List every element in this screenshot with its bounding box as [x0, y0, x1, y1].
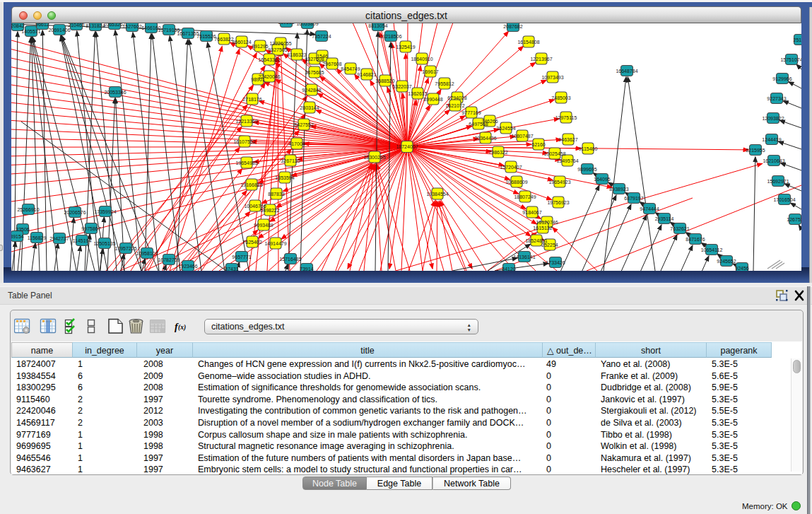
svg-text:7515526: 7515526 — [196, 34, 216, 39]
svg-text:2718176: 2718176 — [242, 97, 261, 102]
svg-text:8660124: 8660124 — [232, 40, 251, 45]
svg-text:1145194: 1145194 — [73, 238, 92, 243]
svg-text:9463627: 9463627 — [558, 137, 577, 142]
svg-text:39154: 39154 — [11, 234, 24, 239]
svg-text:16154808: 16154808 — [517, 40, 539, 45]
svg-text:16543362: 16543362 — [258, 57, 280, 62]
svg-text:17359924: 17359924 — [94, 209, 116, 214]
svg-text:8427552: 8427552 — [294, 122, 313, 127]
svg-text:9657771: 9657771 — [232, 255, 251, 259]
svg-text:2967608: 2967608 — [322, 62, 341, 66]
svg-text:20691406: 20691406 — [48, 28, 70, 33]
svg-text:16671355: 16671355 — [177, 31, 199, 36]
svg-text:20842: 20842 — [11, 23, 25, 28]
svg-text:1353594: 1353594 — [275, 175, 294, 180]
svg-text:9184067: 9184067 — [522, 210, 541, 215]
svg-text:10807487: 10807487 — [511, 134, 533, 139]
svg-text:7632621: 7632621 — [670, 226, 689, 231]
svg-text:164095: 164095 — [594, 177, 610, 182]
svg-text:7955812: 7955812 — [435, 81, 454, 86]
svg-text:891295: 891295 — [252, 44, 268, 49]
svg-text:417004: 417004 — [288, 141, 305, 146]
svg-text:73914: 73914 — [300, 267, 314, 271]
svg-text:92456: 92456 — [735, 266, 749, 271]
svg-text:2942737: 2942737 — [49, 236, 69, 241]
svg-text:18724007: 18724007 — [396, 144, 418, 149]
svg-text:25266910: 25266910 — [17, 207, 39, 212]
svg-text:14136141: 14136141 — [513, 255, 535, 259]
svg-text:9146821: 9146821 — [357, 72, 376, 77]
svg-text:16648784: 16648784 — [616, 69, 637, 74]
svg-text:1405571: 1405571 — [21, 29, 40, 34]
svg-text:9129966: 9129966 — [772, 76, 792, 81]
svg-text:1362615: 1362615 — [408, 91, 427, 96]
svg-text:20053346: 20053346 — [104, 90, 126, 95]
svg-text:19756923: 19756923 — [547, 200, 569, 205]
svg-text:12093822: 12093822 — [762, 116, 784, 121]
svg-text:9975867: 9975867 — [81, 226, 100, 231]
svg-text:6794028: 6794028 — [447, 95, 466, 100]
svg-text:16053809: 16053809 — [296, 23, 318, 26]
svg-text:1325419: 1325419 — [396, 45, 415, 49]
svg-text:10973493: 10973493 — [541, 75, 563, 80]
svg-text:7357224: 7357224 — [312, 34, 331, 39]
svg-text:12213369: 12213369 — [235, 119, 257, 124]
svg-text:6879197: 6879197 — [624, 196, 643, 201]
svg-text:9777169: 9777169 — [461, 110, 481, 115]
svg-text:9115460: 9115460 — [579, 146, 598, 151]
svg-text:19654923: 19654923 — [548, 180, 570, 185]
svg-text:12505135: 12505135 — [93, 241, 115, 246]
svg-text:1244419: 1244419 — [762, 137, 781, 142]
svg-text:8938923: 8938923 — [609, 187, 628, 192]
svg-text:9327505: 9327505 — [268, 47, 287, 52]
svg-text:17957225: 17957225 — [114, 246, 136, 251]
svg-text:1621072: 1621072 — [445, 103, 464, 108]
svg-text:9242848: 9242848 — [302, 88, 321, 93]
svg-text:887833: 887833 — [268, 192, 284, 197]
svg-text:1615132: 1615132 — [533, 226, 552, 230]
svg-text:33506: 33506 — [16, 227, 30, 232]
svg-text:169617: 169617 — [422, 69, 438, 74]
svg-text:14914479: 14914479 — [264, 241, 286, 246]
svg-text:18640910: 18640910 — [411, 57, 433, 62]
svg-text:25118: 25118 — [794, 37, 801, 42]
svg-text:160538: 160538 — [278, 23, 294, 25]
svg-text:746266: 746266 — [481, 119, 498, 124]
svg-text:9899695: 9899695 — [577, 167, 596, 172]
svg-text:17016504: 17016504 — [773, 197, 795, 202]
svg-text:3675685: 3675685 — [305, 70, 324, 75]
svg-text:9474444: 9474444 — [640, 206, 659, 211]
svg-text:15720407: 15720407 — [500, 165, 522, 170]
svg-text:8215955: 8215955 — [746, 148, 765, 153]
svg-text:1588520: 1588520 — [375, 78, 394, 83]
svg-text:9245652: 9245652 — [717, 259, 736, 264]
svg-text:126753: 126753 — [787, 217, 801, 222]
svg-text:8990448: 8990448 — [423, 97, 442, 102]
svg-text:98901: 98901 — [251, 77, 265, 82]
svg-text:8454749: 8454749 — [341, 66, 360, 71]
svg-text:18300295: 18300295 — [363, 155, 385, 160]
svg-text:3624554: 3624554 — [496, 126, 515, 131]
svg-text:96612: 96612 — [35, 23, 49, 27]
svg-text:5322037: 5322037 — [392, 84, 411, 89]
svg-text:1546: 1546 — [317, 54, 328, 59]
svg-text:62160: 62160 — [531, 142, 546, 147]
svg-text:7986322: 7986322 — [488, 150, 507, 155]
svg-text:7625402: 7625402 — [242, 240, 261, 245]
svg-text:1527602: 1527602 — [122, 24, 141, 29]
svg-text:9093489: 9093489 — [254, 223, 273, 228]
svg-text:87431: 87431 — [225, 267, 239, 271]
svg-text:10025458: 10025458 — [543, 151, 565, 156]
svg-text:8186323: 8186323 — [287, 52, 306, 57]
svg-text:3267130: 3267130 — [281, 158, 300, 163]
svg-text:252254: 252254 — [541, 243, 558, 247]
svg-text:7663822: 7663822 — [214, 37, 233, 42]
svg-text:18807249: 18807249 — [514, 194, 536, 199]
svg-text:210463: 210463 — [68, 23, 84, 28]
svg-text:13495764: 13495764 — [556, 158, 578, 163]
svg-text:16210643: 16210643 — [763, 158, 784, 163]
svg-text:12213967: 12213967 — [530, 57, 552, 62]
svg-text:20364436: 20364436 — [474, 136, 496, 141]
svg-text:1156829: 1156829 — [28, 235, 47, 240]
svg-text:84120: 84120 — [502, 267, 516, 271]
